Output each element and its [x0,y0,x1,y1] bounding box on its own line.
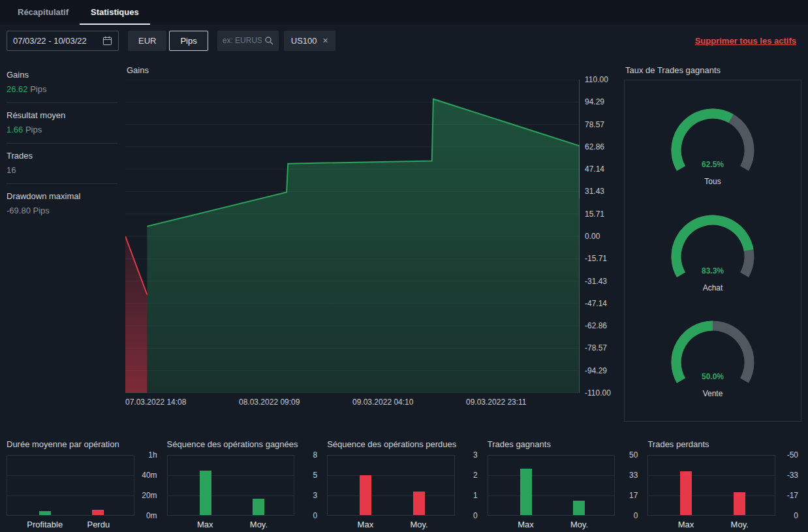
gains-chart-panel: Gains 07.03.2022 14:0808.03.2022 09:0909… [125,63,616,412]
stat-value: 16 [7,165,117,175]
gridline [168,475,294,476]
gains-chart-svg [125,80,580,393]
gains-y-axis: 110.0094.2978.5762.8647.1431.4315.710.00… [580,80,616,393]
bar-moy [253,499,264,515]
bottom-charts-row: Durée moyenne par opération ProfitablePe… [7,439,801,532]
gains-chart-title: Gains [125,63,616,80]
winning-trades-chart: Trades gagnants MaxMoy. 5033170 [488,439,642,532]
loss-streak-chart: Séquence des opérations perdues MaxMoy. … [327,439,481,532]
search-icon[interactable] [264,36,273,45]
gridline [488,495,615,496]
gains-y-tick: -15.71 [585,254,607,263]
gains-y-tick: 110.00 [585,75,608,84]
win-rate-panel-title: Taux de Trades gagnants [624,63,801,80]
symbol-search[interactable] [217,31,279,51]
gauge-value: 83.3% [702,266,724,275]
mini-chart-title: Séquence des opérations perdues [327,439,481,449]
tab-recapitulatif[interactable]: Récapitulatif [7,0,80,25]
mini-y-tick: 20m [142,491,157,500]
toolbar: 07/03/22 - 10/03/22 EUR Pips US100 × Sup… [0,25,808,56]
date-range-value: 07/03/22 - 10/03/22 [13,36,87,46]
gains-x-tick: 08.03.2022 09:09 [239,398,300,407]
stat-resultat-moyen: Résultat moyen 1.66 Pips [7,103,117,144]
losing-trades-plot[interactable] [647,455,775,516]
gauge-arc-vente: 50.0% [664,315,762,387]
tab-statistiques[interactable]: Statistiques [80,0,150,25]
stat-drawdown-maximal: Drawdown maximal -69.80 Pips [7,184,117,224]
mini-chart-title: Trades gagnants [488,439,642,449]
gridline [328,495,454,496]
gains-y-tick: 31.43 [585,187,604,196]
win-rate-gauges: 62.5%Tous83.3%Achat50.0%Vente [624,80,801,422]
date-range-input[interactable]: 07/03/22 - 10/03/22 [7,31,119,51]
losing-trades-x-axis: MaxMoy. [647,520,775,532]
bar-profitable [39,511,51,515]
asset-chip-us100[interactable]: US100 × [284,31,335,51]
gains-y-tick: -110.00 [585,388,611,398]
mini-y-tick: 0 [313,511,318,520]
mini-y-tick: 40m [142,471,157,480]
mini-y-tick: 8 [313,450,318,460]
stat-label: Drawdown maximal [7,191,117,201]
avg-duration-plot[interactable] [7,455,134,516]
gauge-vente: 50.0%Vente [664,315,762,398]
gauge-tous: 62.5%Tous [664,103,762,186]
gains-x-axis: 07.03.2022 14:0808.03.2022 09:0909.03.20… [125,398,580,412]
currency-button[interactable]: EUR [128,31,166,51]
winning-trades-x-axis: MaxMoy. [488,520,615,532]
gains-x-tick: 09.03.2022 23:11 [466,398,527,407]
gains-y-tick: -62.86 [585,321,607,330]
gains-y-tick: -47.14 [585,299,607,308]
mini-y-tick: -17 [787,491,798,500]
bar-label: Max [678,520,694,529]
mini-y-tick: 3 [313,491,318,500]
gridline [488,475,615,476]
bar-label: Max [518,520,534,529]
mini-chart-title: Trades perdants [647,439,801,449]
stat-gains: Gains 26.62 Pips [7,63,117,103]
bar-label: Max [358,520,374,529]
stat-trades: Trades 16 [7,144,117,184]
bar-max [680,471,692,515]
gains-y-tick: -78.57 [585,343,607,352]
unit-pips-button[interactable]: Pips [169,31,208,51]
bar-moy [573,501,585,515]
gains-y-tick: -94.29 [585,366,607,375]
stats-sidebar: Gains 26.62 Pips Résultat moyen 1.66 Pip… [7,63,117,224]
gains-x-tick: 07.03.2022 14:08 [125,398,186,407]
unit-toggle-group: EUR Pips [128,31,208,51]
mini-chart-title: Séquence des opérations gagnées [167,439,321,449]
gains-x-tick: 09.03.2022 04:10 [352,398,413,407]
avg-duration-y-axis: 1h40m20m0m [134,455,161,516]
bar-perdu [92,510,104,515]
bar-max [200,471,211,515]
gains-area-chart[interactable] [125,80,580,393]
mini-y-tick: 0 [634,511,638,520]
gains-y-tick: 0.00 [585,232,600,241]
win-streak-plot[interactable] [167,455,295,516]
trading-statistics-dashboard: Récapitulatif Statistiques 07/03/22 - 10… [0,0,808,532]
gains-y-tick: 94.29 [585,97,604,106]
bar-label: Moy. [410,520,427,529]
gridline [648,495,775,496]
loss-streak-plot[interactable] [327,455,455,516]
winning-trades-plot[interactable] [488,455,615,516]
winning-trades-y-axis: 5033170 [615,455,641,516]
bar-label: Moy. [250,520,268,529]
bar-max [360,475,371,515]
remove-asset-icon[interactable]: × [323,35,328,46]
gauge-arc-achat: 83.3% [664,210,762,281]
bar-moy [734,492,745,515]
stat-label: Gains [7,70,117,80]
mini-y-tick: 0 [794,511,798,520]
win-streak-x-axis: MaxMoy. [167,520,295,532]
gauge-label: Tous [704,177,721,186]
mini-y-tick: -50 [787,450,798,460]
delete-all-assets-link[interactable]: Supprimer tous les actifs [695,36,796,46]
mini-y-tick: 2 [473,471,478,480]
mini-y-tick: 3 [473,450,478,460]
gridline [7,475,134,476]
gridline [7,495,134,496]
symbol-search-input[interactable] [223,36,262,45]
calendar-icon[interactable] [102,36,112,46]
